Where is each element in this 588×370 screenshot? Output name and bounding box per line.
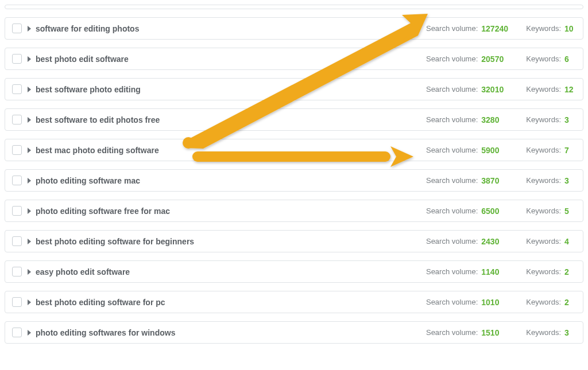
keywords-value: 3 [564, 328, 575, 337]
search-volume-label: Search volume: [426, 237, 478, 246]
keywords-label: Keywords: [526, 267, 561, 276]
search-volume-label: Search volume: [426, 85, 478, 94]
keywords-value: 5 [564, 207, 575, 216]
expand-caret-icon[interactable] [28, 330, 31, 336]
keyword-title: photo editing software mac [36, 176, 426, 185]
row-stats: Search volume: 3280 Keywords: 3 [426, 115, 575, 124]
keyword-group-row[interactable]: easy photo edit software Search volume: … [5, 260, 583, 283]
keyword-group-row[interactable]: photo editing software mac Search volume… [5, 169, 583, 192]
keywords-value: 3 [564, 115, 575, 124]
row-stats: Search volume: 127240 Keywords: 10 [426, 24, 575, 33]
search-volume-value: 1140 [481, 267, 512, 276]
keyword-group-row[interactable]: best photo editing software for pc Searc… [5, 291, 583, 313]
keywords-value: 2 [564, 298, 575, 307]
row-checkbox[interactable] [12, 115, 22, 124]
keywords-label: Keywords: [526, 298, 561, 306]
keyword-group-row[interactable]: best software to edit photos free Search… [5, 108, 583, 131]
expand-caret-icon[interactable] [28, 56, 31, 62]
expand-caret-icon[interactable] [28, 87, 31, 92]
search-volume-value: 1510 [481, 328, 512, 337]
row-checkbox[interactable] [12, 236, 22, 246]
row-stats: Search volume: 5900 Keywords: 7 [426, 146, 575, 155]
keyword-title: best photo edit software [36, 54, 426, 64]
search-volume-label: Search volume: [426, 176, 478, 185]
expand-caret-icon[interactable] [28, 178, 31, 184]
keyword-group-row[interactable]: best mac photo editing software Search v… [5, 139, 583, 161]
keyword-title: best software photo editing [36, 85, 426, 94]
expand-caret-icon[interactable] [28, 239, 31, 244]
expand-caret-icon[interactable] [28, 299, 31, 305]
keywords-label: Keywords: [526, 176, 561, 185]
keyword-group-row[interactable]: photo editing software free for mac Sear… [5, 200, 583, 222]
search-volume-label: Search volume: [426, 207, 478, 215]
keywords-label: Keywords: [526, 115, 561, 124]
search-volume-value: 127240 [481, 24, 512, 33]
search-volume-value: 2430 [481, 237, 512, 246]
row-checkbox[interactable] [12, 297, 22, 307]
search-volume-value: 1010 [481, 298, 512, 307]
keywords-label: Keywords: [526, 207, 561, 215]
row-checkbox[interactable] [12, 267, 22, 276]
search-volume-value: 3280 [481, 115, 512, 124]
search-volume-value: 5900 [481, 146, 512, 155]
keyword-title: best mac photo editing software [36, 146, 426, 155]
keyword-group-row[interactable]: software for editing photos Search volum… [5, 17, 583, 40]
row-stats: Search volume: 1510 Keywords: 3 [426, 328, 575, 337]
keywords-value: 2 [564, 267, 575, 276]
search-volume-label: Search volume: [426, 298, 478, 306]
keyword-title: best software to edit photos free [36, 115, 426, 124]
search-volume-value: 32010 [481, 85, 512, 94]
search-volume-label: Search volume: [426, 24, 478, 33]
expand-caret-icon[interactable] [28, 117, 31, 123]
keywords-label: Keywords: [526, 237, 561, 246]
row-stats: Search volume: 32010 Keywords: 12 [426, 85, 575, 94]
row-checkbox[interactable] [12, 84, 22, 94]
row-stats: Search volume: 1140 Keywords: 2 [426, 267, 575, 276]
search-volume-value: 6500 [481, 207, 512, 216]
row-checkbox[interactable] [12, 176, 22, 185]
expand-caret-icon[interactable] [28, 26, 31, 32]
row-stats: Search volume: 3870 Keywords: 3 [426, 176, 575, 185]
expand-caret-icon[interactable] [28, 147, 31, 153]
keyword-group-row[interactable]: photo editing softwares for windows Sear… [5, 321, 583, 344]
row-stats: Search volume: 20570 Keywords: 6 [426, 54, 575, 64]
keyword-group-row[interactable]: best photo editing software for beginner… [5, 230, 583, 252]
row-checkbox[interactable] [12, 328, 22, 337]
search-volume-label: Search volume: [426, 54, 478, 63]
keywords-label: Keywords: [526, 328, 561, 337]
previous-row-stub [5, 5, 583, 9]
expand-caret-icon[interactable] [28, 208, 31, 214]
keyword-title: best photo editing software for beginner… [36, 237, 426, 246]
keyword-title: easy photo edit software [36, 267, 426, 276]
keyword-title: photo editing software free for mac [36, 207, 426, 216]
keyword-title: best photo editing software for pc [36, 298, 426, 307]
keywords-label: Keywords: [526, 54, 561, 63]
keywords-value: 3 [564, 176, 575, 185]
keyword-title: photo editing softwares for windows [36, 328, 426, 337]
keywords-value: 4 [564, 237, 575, 246]
keywords-value: 7 [564, 146, 575, 155]
row-checkbox[interactable] [12, 54, 22, 64]
keyword-title: software for editing photos [36, 24, 426, 33]
row-checkbox[interactable] [12, 145, 22, 155]
expand-caret-icon[interactable] [28, 269, 31, 275]
keywords-label: Keywords: [526, 85, 561, 94]
keywords-label: Keywords: [526, 146, 561, 154]
row-checkbox[interactable] [12, 206, 22, 216]
row-checkbox[interactable] [12, 24, 22, 33]
search-volume-label: Search volume: [426, 267, 478, 276]
keywords-label: Keywords: [526, 24, 561, 33]
keyword-group-row[interactable]: best photo edit software Search volume: … [5, 48, 583, 70]
row-stats: Search volume: 6500 Keywords: 5 [426, 207, 575, 216]
keywords-value: 10 [564, 24, 575, 33]
row-stats: Search volume: 2430 Keywords: 4 [426, 237, 575, 246]
keyword-group-row[interactable]: best software photo editing Search volum… [5, 78, 583, 100]
row-stats: Search volume: 1010 Keywords: 2 [426, 298, 575, 307]
keywords-value: 12 [564, 85, 575, 94]
search-volume-label: Search volume: [426, 146, 478, 154]
search-volume-value: 20570 [481, 54, 512, 64]
search-volume-value: 3870 [481, 176, 512, 185]
search-volume-label: Search volume: [426, 328, 478, 337]
search-volume-label: Search volume: [426, 115, 478, 124]
keywords-value: 6 [564, 54, 575, 64]
